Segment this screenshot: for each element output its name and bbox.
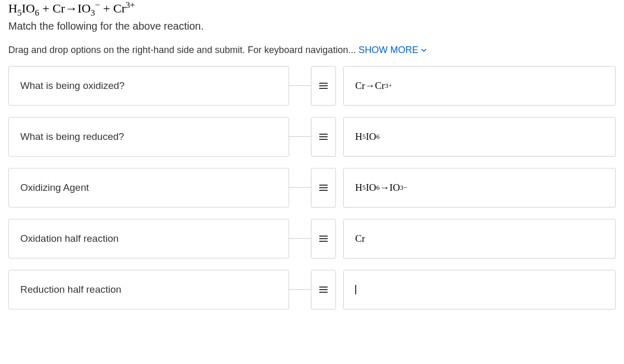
answer-box[interactable]: Cr→Cr3+	[343, 66, 616, 106]
chevron-down-icon	[420, 46, 427, 54]
match-row: What is being oxidized?Cr→Cr3+	[8, 66, 616, 106]
answer-box[interactable]: Cr	[343, 219, 616, 258]
connector	[289, 66, 311, 106]
drag-handle[interactable]	[311, 66, 336, 106]
match-row: Reduction half reaction	[8, 270, 616, 309]
drag-handle[interactable]	[311, 168, 336, 207]
drag-handle[interactable]	[311, 117, 336, 157]
match-row: Oxidation half reactionCr	[8, 219, 616, 258]
match-row: What is being reduced?H5IO6	[8, 117, 616, 157]
prompt-box: Oxidizing Agent	[8, 168, 289, 207]
drag-instruction: Drag and drop options on the right-hand …	[0, 45, 624, 66]
prompt-box: What is being oxidized?	[8, 66, 289, 106]
reaction-equation: H5IO6 + Cr→IO3− + Cr3+	[8, 0, 616, 18]
connector	[289, 270, 311, 309]
answer-box[interactable]	[343, 270, 616, 309]
match-row: Oxidizing AgentH5IO6→IO3−	[8, 168, 616, 207]
prompt-box: What is being reduced?	[8, 117, 289, 157]
answer-box[interactable]: H5IO6→IO3−	[343, 168, 616, 207]
drag-handle-icon	[319, 133, 328, 140]
prompt-box: Oxidation half reaction	[8, 219, 289, 258]
prompt-box: Reduction half reaction	[8, 270, 289, 309]
match-instruction: Match the following for the above reacti…	[8, 20, 616, 32]
connector	[289, 168, 311, 207]
drag-handle[interactable]	[311, 219, 336, 258]
connector	[289, 117, 311, 157]
drag-instruction-text: Drag and drop options on the right-hand …	[8, 45, 358, 55]
drag-handle-icon	[319, 82, 328, 89]
show-more-link[interactable]: SHOW MORE	[358, 45, 427, 56]
show-more-label: SHOW MORE	[358, 45, 418, 56]
drag-handle[interactable]	[311, 270, 336, 309]
connector	[289, 219, 311, 258]
drag-handle-icon	[319, 286, 328, 293]
drag-handle-icon	[319, 184, 328, 191]
answer-box[interactable]: H5IO6	[343, 117, 616, 157]
drag-handle-icon	[319, 235, 328, 242]
